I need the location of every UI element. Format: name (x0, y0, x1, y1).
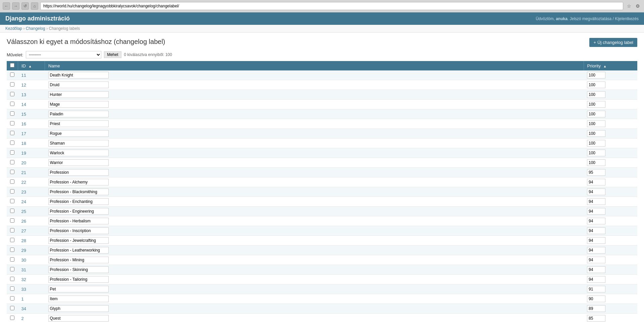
th-id[interactable]: ID ▲ (18, 61, 45, 70)
row-priority-input[interactable] (587, 247, 605, 254)
row-checkbox[interactable] (10, 296, 14, 301)
select-all-checkbox[interactable] (10, 63, 14, 67)
row-priority-input[interactable] (587, 120, 605, 127)
row-checkbox[interactable] (10, 209, 14, 213)
row-id-link[interactable]: 29 (21, 248, 26, 253)
row-priority-input[interactable] (587, 101, 605, 108)
row-name-input[interactable] (48, 130, 109, 137)
row-name-input[interactable] (48, 91, 109, 98)
row-name-input[interactable] (48, 150, 109, 156)
row-id-link[interactable]: 12 (21, 83, 26, 88)
row-name-input[interactable] (48, 82, 109, 88)
row-priority-input[interactable] (587, 266, 605, 273)
row-priority-input[interactable] (587, 305, 605, 312)
action-go-button[interactable]: Mehet (104, 51, 121, 58)
row-name-input[interactable] (48, 208, 109, 215)
row-checkbox[interactable] (10, 131, 14, 135)
row-checkbox[interactable] (10, 238, 14, 242)
row-name-input[interactable] (48, 227, 109, 234)
row-name-input[interactable] (48, 140, 109, 147)
row-id-link[interactable]: 21 (21, 170, 26, 175)
back-button[interactable]: ← (3, 2, 10, 10)
row-priority-input[interactable] (587, 198, 605, 205)
row-id-link[interactable]: 26 (21, 219, 26, 224)
row-id-link[interactable]: 2 (21, 316, 24, 321)
row-checkbox[interactable] (10, 267, 14, 271)
row-name-input[interactable] (48, 305, 109, 312)
row-priority-input[interactable] (587, 315, 605, 322)
row-checkbox[interactable] (10, 121, 14, 125)
row-name-input[interactable] (48, 101, 109, 108)
action-select[interactable]: --------- Kiválasztott changelog labels … (26, 51, 101, 58)
settings-icon[interactable]: ⚙ (634, 2, 641, 10)
row-checkbox[interactable] (10, 286, 14, 291)
row-id-link[interactable]: 16 (21, 121, 26, 126)
row-priority-input[interactable] (587, 72, 605, 78)
row-id-link[interactable]: 1 (21, 297, 24, 302)
th-name[interactable]: Name (45, 61, 584, 70)
row-id-link[interactable]: 15 (21, 112, 26, 117)
row-checkbox[interactable] (10, 248, 14, 252)
row-priority-input[interactable] (587, 286, 605, 292)
row-name-input[interactable] (48, 189, 109, 195)
row-priority-input[interactable] (587, 82, 605, 88)
row-priority-input[interactable] (587, 227, 605, 234)
row-id-link[interactable]: 34 (21, 306, 26, 311)
row-priority-input[interactable] (587, 237, 605, 244)
row-checkbox[interactable] (10, 189, 14, 194)
row-name-input[interactable] (48, 266, 109, 273)
row-priority-input[interactable] (587, 257, 605, 263)
row-id-link[interactable]: 14 (21, 102, 26, 107)
row-id-link[interactable]: 19 (21, 151, 26, 156)
password-change-link[interactable]: Jelszó megváltoztatása (570, 16, 612, 21)
row-id-link[interactable]: 13 (21, 92, 26, 97)
th-priority[interactable]: Priority ▲ (584, 61, 637, 70)
row-id-link[interactable]: 25 (21, 209, 26, 214)
forward-button[interactable]: → (12, 2, 19, 10)
row-checkbox[interactable] (10, 102, 14, 106)
row-checkbox[interactable] (10, 179, 14, 184)
row-checkbox[interactable] (10, 160, 14, 164)
row-priority-input[interactable] (587, 140, 605, 147)
row-priority-input[interactable] (587, 295, 605, 302)
row-checkbox[interactable] (10, 111, 14, 116)
row-checkbox[interactable] (10, 141, 14, 145)
row-id-link[interactable]: 18 (21, 141, 26, 146)
row-name-input[interactable] (48, 198, 109, 205)
row-id-link[interactable]: 31 (21, 267, 26, 272)
row-name-input[interactable] (48, 218, 109, 224)
row-name-input[interactable] (48, 169, 109, 176)
add-changelog-label-button[interactable]: + Új changelog label (589, 38, 637, 47)
row-name-input[interactable] (48, 295, 109, 302)
row-name-input[interactable] (48, 159, 109, 166)
breadcrumb-home[interactable]: Kezdőlap (5, 26, 22, 31)
row-checkbox[interactable] (10, 277, 14, 281)
row-id-link[interactable]: 11 (21, 73, 26, 78)
row-id-link[interactable]: 24 (21, 199, 26, 204)
row-id-link[interactable]: 23 (21, 190, 26, 195)
row-id-link[interactable]: 33 (21, 287, 26, 292)
row-id-link[interactable]: 28 (21, 238, 26, 243)
row-name-input[interactable] (48, 247, 109, 254)
row-id-link[interactable]: 17 (21, 131, 26, 136)
row-checkbox[interactable] (10, 82, 14, 87)
row-priority-input[interactable] (587, 111, 605, 117)
row-id-link[interactable]: 20 (21, 160, 26, 165)
row-priority-input[interactable] (587, 208, 605, 215)
breadcrumb-changelog[interactable]: Changelog (26, 26, 45, 31)
row-priority-input[interactable] (587, 189, 605, 195)
row-id-link[interactable]: 32 (21, 277, 26, 282)
row-priority-input[interactable] (587, 276, 605, 283)
row-id-link[interactable]: 30 (21, 258, 26, 263)
reload-button[interactable]: ↺ (21, 2, 29, 10)
row-checkbox[interactable] (10, 257, 14, 262)
home-button[interactable]: ⌂ (31, 2, 38, 10)
row-name-input[interactable] (48, 276, 109, 283)
row-priority-input[interactable] (587, 159, 605, 166)
row-checkbox[interactable] (10, 218, 14, 223)
row-checkbox[interactable] (10, 228, 14, 232)
row-name-input[interactable] (48, 72, 109, 78)
row-checkbox[interactable] (10, 306, 14, 310)
row-name-input[interactable] (48, 179, 109, 185)
row-name-input[interactable] (48, 237, 109, 244)
